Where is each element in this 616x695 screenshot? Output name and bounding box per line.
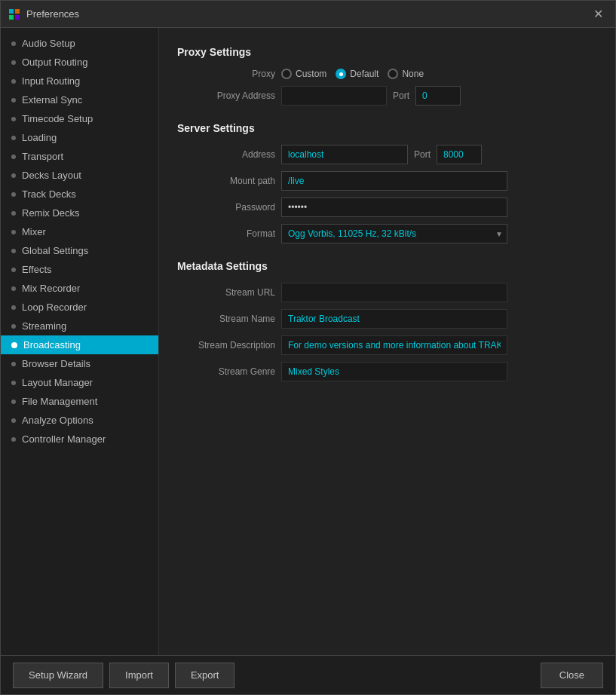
proxy-port-label: Port xyxy=(393,90,409,101)
sidebar-item-audio-setup[interactable]: Audio Setup xyxy=(1,34,158,53)
sidebar-item-controller-manager[interactable]: Controller Manager xyxy=(1,430,158,449)
sidebar-item-global-settings[interactable]: Global Settings xyxy=(1,241,158,260)
sidebar-label-decks-layout: Decks Layout xyxy=(22,170,81,181)
stream-description-row: Stream Description xyxy=(177,335,597,355)
mount-path-label: Mount path xyxy=(177,176,275,186)
sidebar-bullet-timecode-setup xyxy=(11,117,16,121)
proxy-default-option[interactable]: Default xyxy=(336,69,378,79)
sidebar-item-loop-recorder[interactable]: Loop Recorder xyxy=(1,298,158,317)
sidebar-bullet-track-decks xyxy=(11,192,16,197)
mount-path-input[interactable] xyxy=(281,171,507,191)
sidebar-item-file-management[interactable]: File Management xyxy=(1,392,158,411)
svg-rect-1 xyxy=(15,9,20,14)
stream-url-label: Stream URL xyxy=(177,287,275,298)
sidebar-bullet-controller-manager xyxy=(11,437,16,442)
svg-rect-2 xyxy=(9,15,14,20)
proxy-settings-title: Proxy Settings xyxy=(177,46,597,58)
sidebar-item-transport[interactable]: Transport xyxy=(1,147,158,166)
sidebar-item-effects[interactable]: Effects xyxy=(1,260,158,279)
sidebar-item-decks-layout[interactable]: Decks Layout xyxy=(1,166,158,185)
svg-rect-0 xyxy=(9,9,14,14)
format-label: Format xyxy=(177,228,275,239)
sidebar-label-global-settings: Global Settings xyxy=(22,245,88,256)
mount-path-row: Mount path xyxy=(177,171,597,191)
server-port-label: Port xyxy=(414,149,431,160)
format-row: Format Ogg Vorbis, 11025 Hz, 32 kBit/s O… xyxy=(177,224,597,243)
setup-wizard-button[interactable]: Setup Wizard xyxy=(13,663,103,688)
svg-rect-3 xyxy=(15,15,20,20)
stream-genre-label: Stream Genre xyxy=(177,366,275,377)
sidebar-bullet-effects xyxy=(11,268,16,272)
sidebar-label-output-routing: Output Routing xyxy=(22,57,87,68)
sidebar-label-loop-recorder: Loop Recorder xyxy=(22,302,87,313)
sidebar-bullet-global-settings xyxy=(11,249,16,253)
metadata-settings-section: Metadata Settings Stream URL Stream Name… xyxy=(177,260,597,381)
import-button[interactable]: Import xyxy=(109,663,169,688)
sidebar-bullet-audio-setup xyxy=(11,41,16,46)
sidebar-item-remix-decks[interactable]: Remix Decks xyxy=(1,204,158,222)
sidebar-bullet-loop-recorder xyxy=(11,305,16,310)
sidebar-bullet-streaming xyxy=(11,324,16,329)
proxy-radio-group: Custom Default None xyxy=(281,69,424,79)
proxy-custom-option[interactable]: Custom xyxy=(281,69,326,79)
sidebar-bullet-transport xyxy=(11,155,16,159)
sidebar-bullet-broadcasting xyxy=(11,342,17,348)
sidebar-item-mix-recorder[interactable]: Mix Recorder xyxy=(1,279,158,298)
window-close-button[interactable]: ✕ xyxy=(589,5,608,23)
sidebar-bullet-input-routing xyxy=(11,79,16,84)
sidebar-bullet-mixer xyxy=(11,230,16,234)
proxy-settings-section: Proxy Settings Proxy Custom Default xyxy=(177,46,597,106)
sidebar-item-streaming[interactable]: Streaming xyxy=(1,317,158,335)
close-button[interactable]: Close xyxy=(541,663,603,688)
proxy-port-input[interactable] xyxy=(415,86,461,106)
sidebar-bullet-mix-recorder xyxy=(11,286,16,291)
sidebar-label-mixer: Mixer xyxy=(22,226,46,237)
proxy-none-label: None xyxy=(402,69,424,79)
sidebar-label-audio-setup: Audio Setup xyxy=(22,38,75,49)
export-button[interactable]: Export xyxy=(175,663,235,688)
sidebar-item-track-decks[interactable]: Track Decks xyxy=(1,185,158,204)
content-area: Audio SetupOutput RoutingInput RoutingEx… xyxy=(1,28,615,655)
sidebar-label-track-decks: Track Decks xyxy=(22,188,76,200)
sidebar-bullet-output-routing xyxy=(11,60,16,65)
sidebar-item-analyze-options[interactable]: Analyze Options xyxy=(1,411,158,430)
stream-genre-row: Stream Genre xyxy=(177,362,597,381)
proxy-none-option[interactable]: None xyxy=(388,69,424,79)
format-select-wrapper: Ogg Vorbis, 11025 Hz, 32 kBit/s Ogg Vorb… xyxy=(281,224,507,243)
proxy-address-label: Proxy Address xyxy=(177,90,275,101)
proxy-custom-radio[interactable] xyxy=(281,69,292,79)
stream-description-label: Stream Description xyxy=(177,340,275,351)
sidebar-label-effects: Effects xyxy=(22,264,52,275)
sidebar-item-timecode-setup[interactable]: Timecode Setup xyxy=(1,109,158,128)
footer: Setup Wizard Import Export Close xyxy=(1,655,615,694)
stream-url-input[interactable] xyxy=(281,283,507,302)
sidebar-item-input-routing[interactable]: Input Routing xyxy=(1,72,158,90)
stream-url-row: Stream URL xyxy=(177,283,597,302)
stream-name-input[interactable] xyxy=(281,309,507,329)
proxy-none-radio[interactable] xyxy=(388,69,398,79)
server-address-label: Address xyxy=(177,149,275,160)
sidebar-item-layout-manager[interactable]: Layout Manager xyxy=(1,373,158,392)
sidebar-bullet-decks-layout xyxy=(11,173,16,178)
server-port-input[interactable] xyxy=(437,145,482,164)
sidebar-item-loading[interactable]: Loading xyxy=(1,128,158,147)
sidebar-label-analyze-options: Analyze Options xyxy=(22,415,93,426)
proxy-address-row: Proxy Address Port xyxy=(177,86,597,106)
password-row: Password xyxy=(177,197,597,217)
sidebar-label-timecode-setup: Timecode Setup xyxy=(22,113,93,124)
format-select[interactable]: Ogg Vorbis, 11025 Hz, 32 kBit/s Ogg Vorb… xyxy=(281,224,507,243)
app-icon xyxy=(8,8,20,20)
sidebar-item-output-routing[interactable]: Output Routing xyxy=(1,53,158,72)
password-label: Password xyxy=(177,202,275,213)
proxy-address-input[interactable] xyxy=(281,86,387,106)
stream-description-input[interactable] xyxy=(281,335,507,355)
server-address-input[interactable] xyxy=(281,145,408,164)
stream-genre-input[interactable] xyxy=(281,362,507,381)
password-input[interactable] xyxy=(281,197,507,217)
sidebar-item-mixer[interactable]: Mixer xyxy=(1,222,158,241)
sidebar-item-broadcasting[interactable]: Broadcasting xyxy=(1,335,158,354)
proxy-default-radio[interactable] xyxy=(336,69,346,79)
sidebar-item-browser-details[interactable]: Browser Details xyxy=(1,354,158,373)
sidebar-item-external-sync[interactable]: External Sync xyxy=(1,90,158,109)
window-title: Preferences xyxy=(26,8,79,20)
